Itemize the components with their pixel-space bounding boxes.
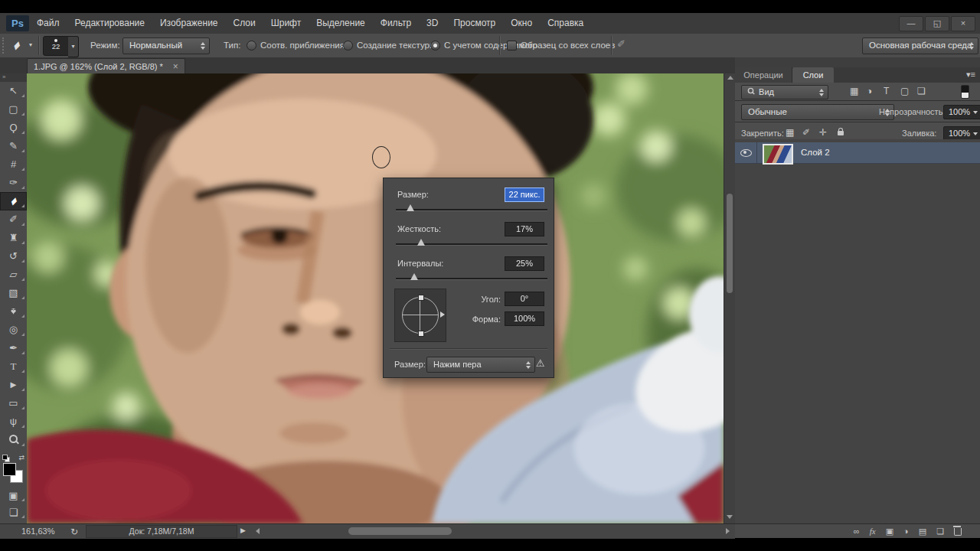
lasso-tool[interactable]: Ϙ — [0, 119, 27, 137]
eraser-tool[interactable]: ▱ — [0, 266, 27, 284]
radio-proximity-match[interactable] — [247, 41, 256, 51]
horizontal-scroll-thumb[interactable] — [348, 527, 452, 535]
type-tool[interactable]: T — [0, 357, 27, 376]
restore-button[interactable]: ◱ — [925, 16, 949, 31]
pen-tool[interactable]: ✒ — [0, 339, 27, 357]
dodge-tool[interactable]: ◎ — [0, 321, 27, 339]
minimize-button[interactable]: — — [899, 16, 923, 31]
scroll-left-icon[interactable] — [256, 528, 260, 534]
menu-item-select[interactable]: Выделение — [309, 13, 373, 34]
layer-visibility-eye-icon[interactable] — [740, 149, 752, 157]
roundness-field[interactable]: 100% — [505, 311, 544, 326]
brush-tool[interactable]: ✐ — [0, 210, 27, 229]
history-brush-tool[interactable]: ↺ — [0, 247, 27, 266]
spot-healing-brush-icon[interactable]: ▰ — [9, 38, 24, 53]
path-selection-tool[interactable]: ► — [0, 376, 27, 394]
angle-field[interactable]: 0° — [505, 292, 544, 306]
blur-tool[interactable]: ♠ — [0, 302, 27, 321]
document-tab[interactable]: 1.JPG @ 162% (Слой 2, RGB/8) * × — [27, 58, 185, 74]
brush-picker-arrow[interactable]: ▾ — [68, 36, 79, 57]
screen-mode-button[interactable]: ❏ — [0, 504, 27, 521]
sample-all-layers-label[interactable]: Образец со всех слоев — [521, 41, 615, 50]
spacing-field[interactable]: 25% — [505, 256, 544, 271]
quick-selection-tool[interactable]: ✎ — [0, 137, 27, 155]
delete-layer-icon[interactable] — [954, 528, 962, 536]
menu-item-window[interactable]: Окно — [503, 13, 540, 34]
zoom-level-field[interactable]: 161,63% — [21, 527, 54, 536]
lock-transparency-icon[interactable]: ▦ — [786, 127, 794, 138]
roundness-handle-bottom[interactable] — [418, 331, 424, 337]
menu-item-view[interactable]: Просмотр — [446, 13, 503, 34]
rectangular-marquee-tool[interactable]: ▢ — [0, 100, 27, 119]
visibility-cell[interactable] — [735, 142, 757, 163]
rectangle-tool[interactable]: ▭ — [0, 394, 27, 412]
size-slider[interactable] — [396, 209, 547, 210]
clone-stamp-tool[interactable]: ♜ — [0, 229, 27, 247]
options-bar-grip-icon[interactable] — [2, 37, 6, 54]
menu-item-image[interactable]: Изображение — [152, 13, 226, 34]
radio-texture-label[interactable]: Создание текстуры — [357, 41, 436, 50]
spacing-slider[interactable] — [396, 278, 547, 279]
panel-collapse-icon[interactable]: » — [0, 73, 27, 82]
filter-shape-layers-icon[interactable]: ▢ — [900, 86, 909, 96]
lock-paint-icon[interactable]: ✐ — [802, 127, 810, 138]
eyedropper-tool[interactable]: ✑ — [0, 174, 27, 192]
blend-mode-dropdown[interactable]: Обычные — [741, 104, 894, 120]
menu-item-layers[interactable]: Слои — [226, 13, 263, 34]
swap-colors-icon[interactable]: ⇄ — [18, 454, 24, 461]
mode-dropdown[interactable]: Нормальный — [122, 37, 210, 54]
menu-item-type[interactable]: Шрифт — [263, 13, 309, 34]
link-layers-icon[interactable]: ∞ — [854, 527, 860, 536]
opacity-field[interactable]: 100% — [943, 105, 980, 119]
lock-position-icon[interactable]: ✛ — [819, 127, 827, 138]
spacing-slider-thumb[interactable] — [410, 273, 418, 280]
new-group-icon[interactable]: ▤ — [919, 527, 926, 536]
spot-healing-brush-tool[interactable]: ▰ — [0, 192, 27, 210]
brush-preset-picker[interactable]: 22 — [43, 36, 69, 56]
size-control-dropdown[interactable]: Нажим пера — [426, 357, 535, 373]
canvas[interactable] — [27, 73, 724, 523]
status-menu-arrow-icon[interactable]: ▶ — [240, 527, 246, 534]
workspace-dropdown[interactable]: Основная рабочая среда — [862, 37, 978, 54]
radio-proximity-label[interactable]: Соотв. приближения — [260, 41, 345, 50]
vertical-scrollbar[interactable] — [724, 73, 736, 523]
tool-preset-arrow-icon[interactable]: ▾ — [29, 41, 32, 48]
new-layer-icon[interactable]: ❏ — [936, 527, 944, 536]
roundness-handle-top[interactable] — [418, 295, 424, 301]
size-field[interactable]: 22 пикс. — [505, 187, 544, 202]
pen-pressure-icon[interactable]: ✐ — [617, 38, 626, 50]
crop-tool[interactable]: # — [0, 155, 27, 174]
move-tool[interactable]: ↖ — [0, 82, 27, 100]
filter-adjustment-layers-icon[interactable]: ◑ — [867, 86, 872, 96]
size-slider-thumb[interactable] — [407, 204, 414, 211]
panel-menu-icon[interactable]: ▾≡ — [966, 70, 975, 80]
scroll-right-icon[interactable] — [726, 528, 730, 534]
radio-create-texture[interactable] — [343, 41, 353, 51]
layer-style-icon[interactable]: fx — [870, 527, 876, 536]
foreground-color-swatch[interactable] — [3, 463, 16, 476]
new-adjustment-layer-icon[interactable]: ◑ — [903, 527, 909, 536]
radio-content-aware[interactable] — [430, 41, 440, 51]
zoom-tool[interactable] — [0, 431, 27, 449]
gradient-tool[interactable]: ▧ — [0, 284, 27, 302]
quick-mask-button[interactable]: ▣ — [0, 487, 27, 504]
filter-view-dropdown[interactable]: Вид — [741, 85, 828, 99]
menu-item-3d[interactable]: 3D — [419, 13, 446, 34]
add-layer-mask-icon[interactable]: ▣ — [886, 527, 893, 536]
close-button[interactable]: × — [951, 16, 975, 31]
scroll-up-icon[interactable] — [727, 76, 733, 80]
tab-close-icon[interactable]: × — [173, 61, 178, 72]
menu-item-edit[interactable]: Редактирование — [67, 13, 152, 34]
layer-row[interactable]: Слой 2 — [735, 142, 980, 164]
filter-pixel-layers-icon[interactable]: ▦ — [850, 86, 858, 96]
menu-item-file[interactable]: Файл — [29, 13, 67, 34]
scroll-down-icon[interactable] — [727, 515, 733, 519]
hand-tool[interactable]: ψ — [0, 412, 27, 431]
hardness-slider-thumb[interactable] — [417, 239, 425, 246]
layer-thumbnail[interactable] — [763, 144, 793, 165]
vertical-scroll-thumb[interactable] — [727, 194, 733, 293]
filter-toggle-switch[interactable] — [961, 85, 969, 99]
menu-item-filter[interactable]: Фильтр — [373, 13, 419, 34]
tab-actions[interactable]: Операции — [735, 67, 792, 83]
filter-type-layers-icon[interactable]: T — [884, 86, 889, 96]
